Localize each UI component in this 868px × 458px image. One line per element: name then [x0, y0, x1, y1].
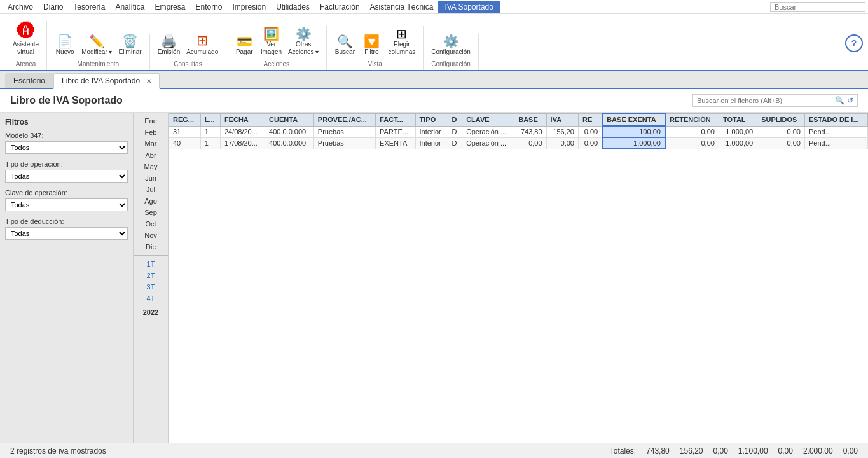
btn-nuevo[interactable]: 📄 Nuevo — [52, 34, 78, 57]
menu-iva-soportado[interactable]: IVA Soportado — [438, 1, 500, 13]
calendar-month-mar[interactable]: Mar — [134, 138, 168, 149]
btn-acumulado[interactable]: ⊞ Acumulado — [184, 32, 221, 57]
col-suplidos[interactable]: SUPLIDOS — [757, 113, 805, 126]
btn-buscar[interactable]: 🔍 Buscar — [332, 34, 357, 57]
btn-pagar[interactable]: 💳 Pagar — [231, 34, 257, 57]
nuevo-icon: 📄 — [57, 35, 73, 48]
cell-r1-c2: 17/08/20... — [220, 137, 265, 149]
filter-modelo347-select[interactable]: Todos — [5, 141, 128, 154]
filter-clave-op-select[interactable]: Todas — [5, 198, 128, 211]
menu-analitica[interactable]: Analítica — [110, 1, 149, 13]
col-fecha[interactable]: FECHA — [220, 113, 265, 126]
cell-r1-c6: Interior — [415, 137, 448, 149]
menubar-search-input[interactable] — [770, 2, 865, 12]
filter-tipo-deduccion: Tipo de deducción: Todas — [5, 218, 128, 240]
col-factura[interactable]: FACT... — [376, 113, 415, 126]
calendar-month-ene[interactable]: Ene — [134, 115, 168, 127]
imagen-icon: 🖼️ — [263, 27, 279, 40]
btn-emision[interactable]: 🖨️ Emisión — [155, 34, 183, 57]
col-tipo[interactable]: TIPO — [415, 113, 448, 126]
filter-tipo-ded-select[interactable]: Todas — [5, 227, 128, 240]
col-iva[interactable]: IVA — [546, 113, 578, 126]
file-refresh-icon[interactable]: ↺ — [847, 96, 853, 105]
calendar-month-jun[interactable]: Jun — [134, 172, 168, 184]
ribbon-group-mantenimiento: 📄 Nuevo ✏️ Modificar ▾ 🗑️ Eliminar Mante… — [47, 34, 149, 70]
btn-eliminar-label: Eliminar — [119, 48, 142, 56]
cell-r1-c5: EXENTA — [376, 137, 415, 149]
menu-asistencia[interactable]: Asistencia Técnica — [365, 1, 439, 13]
col-re[interactable]: RE — [578, 113, 602, 126]
col-reg[interactable]: REG... — [169, 113, 201, 126]
ribbon-group-vista: 🔍 Buscar 🔽 Filtro ⊞ Elegircolumnas Vista — [327, 26, 424, 70]
menu-impresion[interactable]: Impresión — [227, 1, 271, 13]
calendar-month-may[interactable]: May — [134, 161, 168, 172]
calendar-quarter-2t[interactable]: 2T — [134, 270, 168, 281]
btn-asistente-virtual[interactable]: 🅐 Asistentevirtual — [10, 21, 41, 57]
calendar-quarter-1t[interactable]: 1T — [134, 258, 168, 270]
calendar-month-nov[interactable]: Nov — [134, 230, 168, 241]
content-row: Filtros Modelo 347: Todos Tipo de operac… — [0, 113, 868, 443]
col-total[interactable]: TOTAL — [719, 113, 757, 126]
col-d[interactable]: D — [448, 113, 462, 126]
tab-libro-iva[interactable]: Libro de IVA Soportado ✕ — [53, 73, 160, 89]
col-clave[interactable]: CLAVE — [462, 113, 514, 126]
file-search-input[interactable] — [697, 97, 832, 104]
ribbon: 🅐 Asistentevirtual Atenea 📄 Nuevo ✏️ Mod… — [0, 14, 868, 71]
filter-modelo347-label: Modelo 347: — [5, 132, 128, 139]
menu-utilidades[interactable]: Utilidades — [271, 1, 315, 13]
calendar-quarter-4t[interactable]: 4T — [134, 293, 168, 304]
calendar-month-jul[interactable]: Jul — [134, 184, 168, 195]
col-base[interactable]: BASE — [514, 113, 546, 126]
tab-close-icon[interactable]: ✕ — [146, 78, 151, 85]
btn-elegir-columnas[interactable]: ⊞ Elegircolumnas — [385, 26, 418, 57]
menu-empresa[interactable]: Empresa — [149, 1, 190, 13]
btn-emision-label: Emisión — [158, 48, 181, 56]
menu-tesoreria[interactable]: Tesorería — [68, 1, 110, 13]
tab-escritorio[interactable]: Escritorio — [5, 73, 53, 88]
totals-bar: Totales: 743,80 156,20 0,00 1.100,00 0,0… — [610, 447, 858, 455]
calendar-quarter-3t[interactable]: 3T — [134, 281, 168, 293]
btn-filtro[interactable]: 🔽 Filtro — [359, 34, 384, 57]
col-proveedor[interactable]: PROVEE./AC... — [313, 113, 375, 126]
btn-modificar[interactable]: ✏️ Modificar ▾ — [79, 34, 114, 57]
col-l[interactable]: L... — [200, 113, 220, 126]
help-button[interactable]: ? — [845, 34, 863, 52]
calendar-month-oct[interactable]: Oct — [134, 218, 168, 230]
table-wrapper[interactable]: REG...L...FECHACUENTAPROVEE./AC...FACT..… — [169, 113, 868, 443]
calendar-month-ago[interactable]: Ago — [134, 195, 168, 207]
cell-r1-c3: 400.0.0.000 — [265, 137, 314, 149]
btn-configuracion[interactable]: ⚙️ Configuración — [429, 34, 473, 57]
menu-diario[interactable]: Diario — [38, 1, 68, 13]
menu-archivo[interactable]: Archivo — [3, 1, 38, 13]
table-row[interactable]: 40117/08/20...400.0.0.000PruebasEXENTAIn… — [169, 137, 868, 149]
ribbon-group-config: ⚙️ Configuración Configuración — [424, 34, 479, 70]
calendar-sidebar: EneFebMarAbrMayJunJulAgoSepOctNovDic 1T2… — [134, 113, 169, 443]
filter-tipo-op-select[interactable]: Todas — [5, 170, 128, 183]
filter-tipo-op-label: Tipo de operación: — [5, 160, 128, 168]
col-cuenta[interactable]: CUENTA — [265, 113, 314, 126]
calendar-month-abr[interactable]: Abr — [134, 149, 168, 161]
col-estado[interactable]: ESTADO DE I... — [804, 113, 867, 126]
table-row[interactable]: 31124/08/20...400.0.0.000PruebasPARTE...… — [169, 126, 868, 137]
tabs-bar: Escritorio Libro de IVA Soportado ✕ — [0, 71, 868, 89]
menu-entorno[interactable]: Entorno — [190, 1, 227, 13]
page-header: Libro de IVA Soportado 🔍 ↺ — [0, 89, 868, 113]
calendar-month-sep[interactable]: Sep — [134, 207, 168, 218]
cell-r1-c7: D — [448, 137, 462, 149]
btn-pagar-label: Pagar — [236, 48, 253, 56]
cell-r0-c11: 0,00 — [578, 126, 602, 137]
filter-clave-op-label: Clave de operación: — [5, 189, 128, 197]
calendar-year[interactable]: 2022 — [134, 307, 168, 318]
calendar-month-feb[interactable]: Feb — [134, 127, 168, 138]
col-base-exenta[interactable]: BASE EXENTA — [602, 113, 665, 126]
cell-r0-c2: 24/08/20... — [220, 126, 265, 137]
col-retencion[interactable]: RETENCIÓN — [665, 113, 719, 126]
btn-ver-imagen[interactable]: 🖼️ Verimagen — [258, 26, 284, 57]
cell-r0-c7: D — [448, 126, 462, 137]
calendar-month-dic[interactable]: Dic — [134, 241, 168, 253]
file-search-icon[interactable]: 🔍 — [835, 96, 844, 105]
filtro-icon: 🔽 — [364, 35, 380, 48]
menu-facturacion[interactable]: Facturación — [315, 1, 365, 13]
btn-otras-acciones[interactable]: ⚙️ OtrasAcciones ▾ — [286, 26, 321, 57]
btn-eliminar[interactable]: 🗑️ Eliminar — [116, 34, 144, 57]
